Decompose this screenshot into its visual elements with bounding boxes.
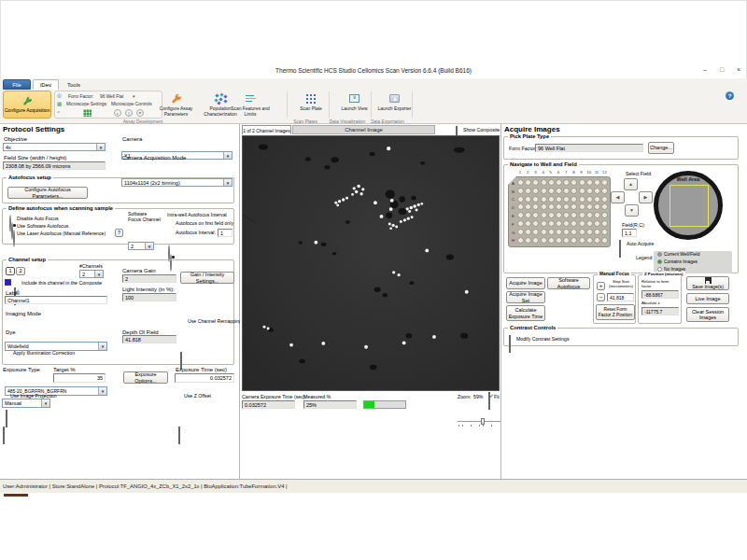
field-rc-input[interactable]: 1,1 bbox=[622, 229, 637, 237]
well-H10[interactable] bbox=[586, 237, 593, 244]
well-B6[interactable] bbox=[556, 188, 562, 194]
chevron-down-icon[interactable]: ▾ bbox=[133, 93, 135, 99]
well-A10[interactable] bbox=[586, 179, 593, 186]
step-size-input[interactable]: 41.818 bbox=[607, 293, 634, 301]
well-B3[interactable] bbox=[532, 188, 539, 194]
well-G7[interactable] bbox=[563, 229, 570, 235]
scan-plate-button[interactable]: Scan Plate bbox=[289, 91, 332, 119]
well-E9[interactable] bbox=[579, 212, 585, 218]
well-F5[interactable] bbox=[548, 220, 555, 227]
slider-thumb[interactable] bbox=[481, 418, 485, 425]
well-B12[interactable] bbox=[601, 188, 608, 194]
exposure-time-input[interactable]: 0.032572 bbox=[175, 373, 234, 383]
well-A1[interactable] bbox=[517, 179, 524, 186]
well-G6[interactable] bbox=[556, 229, 562, 235]
launch-exporter-button[interactable]: Launch Exporter bbox=[374, 91, 416, 119]
well-A6[interactable] bbox=[556, 179, 562, 186]
stop-icon[interactable]: ■ bbox=[136, 109, 144, 117]
well-D11[interactable] bbox=[594, 203, 600, 210]
well-F12[interactable] bbox=[601, 220, 608, 227]
modify-contrast-checkbox[interactable] bbox=[509, 335, 511, 353]
well-D5[interactable] bbox=[548, 203, 555, 210]
well-C7[interactable] bbox=[563, 196, 570, 203]
exposure-options-button[interactable]: Exposure Options... bbox=[123, 371, 168, 384]
zoom-slider[interactable] bbox=[458, 418, 500, 427]
well-C5[interactable] bbox=[548, 196, 555, 203]
microscope-settings-icon[interactable] bbox=[83, 109, 92, 117]
tab-tools[interactable]: Tools bbox=[61, 79, 87, 90]
well-G10[interactable] bbox=[586, 229, 593, 235]
configure-acquisition-button[interactable]: Configure Acquisition bbox=[3, 91, 51, 119]
well-F2[interactable] bbox=[525, 220, 531, 227]
well-B1[interactable] bbox=[517, 188, 524, 194]
well-F10[interactable] bbox=[586, 220, 593, 227]
well-F9[interactable] bbox=[579, 220, 585, 227]
scan-features-limits-button[interactable]: Scan Features and Limits bbox=[229, 91, 272, 119]
well-D4[interactable] bbox=[541, 203, 547, 210]
play-icon[interactable]: ▸ bbox=[114, 109, 121, 117]
acquire-image-button[interactable]: Acquire Image bbox=[506, 277, 545, 289]
pause-icon[interactable]: ∥ bbox=[125, 109, 133, 117]
channel-tab-2[interactable]: 2 bbox=[16, 267, 25, 275]
clear-session-images-button[interactable]: Clear Session Images bbox=[686, 307, 729, 322]
form-factor-value[interactable]: 96 Well Flat bbox=[100, 94, 123, 99]
well-H6[interactable] bbox=[556, 237, 562, 244]
well-A2[interactable] bbox=[525, 179, 531, 186]
well-B7[interactable] bbox=[563, 188, 570, 194]
objective-icon[interactable]: ◎ bbox=[57, 93, 62, 99]
maximize-button[interactable]: □ bbox=[715, 66, 728, 73]
calculate-exposure-time-button[interactable]: Calculate Exposure Time bbox=[506, 305, 545, 321]
fit-checkbox[interactable] bbox=[488, 392, 490, 410]
well-D1[interactable] bbox=[517, 203, 524, 210]
well-G3[interactable] bbox=[532, 229, 539, 235]
well-area-view[interactable]: Well Area bbox=[654, 171, 723, 240]
well-G11[interactable] bbox=[594, 229, 600, 235]
close-button[interactable]: × bbox=[732, 66, 745, 73]
well-C8[interactable] bbox=[571, 196, 577, 203]
well-B8[interactable] bbox=[571, 188, 577, 194]
well-D2[interactable] bbox=[525, 203, 531, 210]
field-left-icon[interactable] bbox=[611, 191, 625, 203]
tab-idev[interactable]: iDev bbox=[33, 79, 59, 90]
well-B4[interactable] bbox=[541, 188, 547, 194]
well-F4[interactable] bbox=[541, 220, 547, 227]
channel-label-input[interactable]: Channel1 bbox=[5, 296, 107, 304]
well-A5[interactable] bbox=[548, 179, 555, 186]
well-C10[interactable] bbox=[586, 196, 593, 203]
change-plate-button[interactable]: Change... bbox=[648, 142, 674, 154]
filter-icon[interactable]: ▦ bbox=[57, 102, 62, 107]
well-G9[interactable] bbox=[579, 229, 585, 235]
field-right-icon[interactable] bbox=[639, 191, 653, 203]
well-C6[interactable] bbox=[556, 196, 562, 203]
well-E2[interactable] bbox=[525, 212, 531, 218]
well-H3[interactable] bbox=[532, 237, 539, 244]
well-F11[interactable] bbox=[594, 220, 600, 227]
channel-images-tab[interactable]: 1 of 2 Channel Images bbox=[242, 125, 291, 134]
well-C9[interactable] bbox=[579, 196, 585, 203]
well-D3[interactable] bbox=[532, 203, 539, 210]
well-E6[interactable] bbox=[556, 212, 562, 218]
configure-autofocus-button[interactable]: Configure Autofocus Parameters... bbox=[7, 187, 88, 199]
well-D6[interactable] bbox=[556, 203, 562, 210]
well-H1[interactable] bbox=[517, 237, 524, 244]
well-H8[interactable] bbox=[571, 237, 577, 244]
well-C11[interactable] bbox=[594, 196, 600, 203]
exposure-type-select[interactable]: Manual bbox=[2, 399, 50, 408]
well-C2[interactable] bbox=[525, 196, 531, 203]
well-B10[interactable] bbox=[586, 188, 593, 194]
well-F8[interactable] bbox=[571, 220, 577, 227]
well-C4[interactable] bbox=[541, 196, 547, 203]
well-A7[interactable] bbox=[563, 179, 570, 186]
well-C1[interactable] bbox=[517, 196, 524, 203]
software-autofocus-button[interactable]: Software Autofocus bbox=[547, 277, 590, 289]
well-H4[interactable] bbox=[541, 237, 547, 244]
well-H2[interactable] bbox=[525, 237, 531, 244]
well-G5[interactable] bbox=[548, 229, 555, 235]
software-focus-channel-select[interactable]: 2 bbox=[128, 242, 154, 250]
acquire-image-set-button[interactable]: Acquire Image Set bbox=[506, 291, 545, 303]
well-G8[interactable] bbox=[571, 229, 577, 235]
well-A4[interactable] bbox=[541, 179, 547, 186]
well-A8[interactable] bbox=[571, 179, 577, 186]
well-F1[interactable] bbox=[517, 220, 524, 227]
well-E4[interactable] bbox=[541, 212, 547, 218]
